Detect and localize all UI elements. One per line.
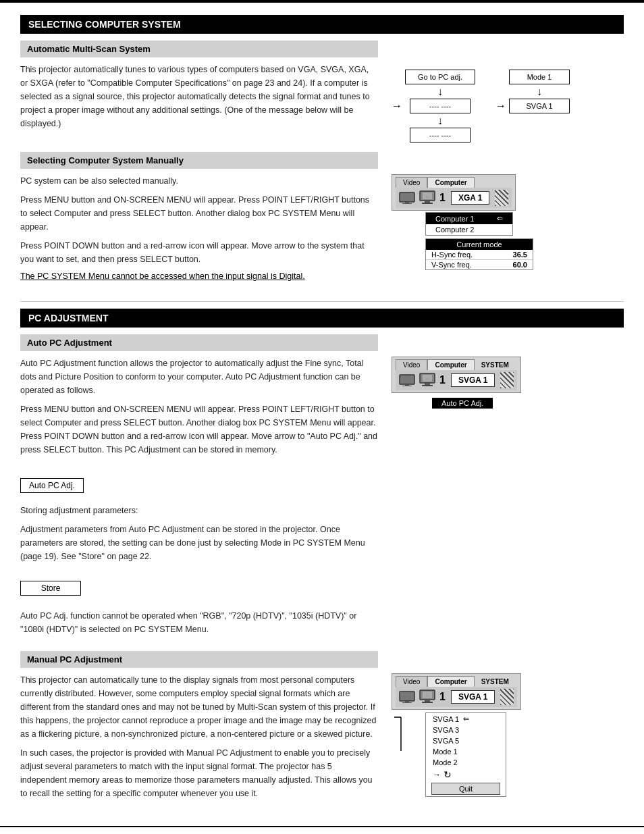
svga-item-3: SVGA 5 — [426, 735, 506, 746]
svg-rect-22 — [422, 702, 433, 703]
svg-rect-18 — [402, 702, 412, 703]
outlined-box-1: Auto PC Adj. — [20, 478, 84, 493]
svga-item-1: SVGA 1 ⇐ — [426, 713, 506, 725]
svga-selected-arrow: ⇐ — [463, 714, 469, 723]
tab-computer-2: Computer — [427, 359, 474, 370]
section2-body5: In such cases, the projector is provided… — [20, 746, 378, 800]
svga-box-3: SVGA 1 — [451, 690, 495, 704]
tab-video-2: Video — [396, 359, 427, 370]
dropdown-list-1: Computer 1 ⇐ Computer 2 — [425, 212, 513, 236]
section2-text-col1: Auto PC Adjustment function allows the p… — [20, 357, 378, 462]
svg-rect-10 — [402, 386, 412, 386]
section2-body4: This projector can automatically tune to… — [20, 673, 378, 741]
dropdown-item-computer2: Computer 2 — [426, 224, 512, 235]
section2-body2: Press MENU button and ON-SCREEN MENU wil… — [20, 402, 378, 457]
quit-button[interactable]: Quit — [431, 783, 500, 795]
svga-dropdown: SVGA 1 ⇐ SVGA 3 SVGA 5 Mode 1 — [425, 712, 506, 797]
section1-body2c: Press POINT DOWN button and a red-arrow … — [20, 239, 378, 266]
subsection2-1-header: Auto PC Adjustment — [20, 334, 378, 351]
current-mode-box: Current mode H-Sync freq. 36.5 V-Sync fr… — [425, 238, 533, 270]
svg-rect-17 — [405, 701, 409, 702]
section2-content2: This projector can automatically tune to… — [20, 673, 624, 806]
svga-item-5: Mode 2 — [426, 757, 506, 768]
svg-rect-2 — [402, 203, 412, 204]
flow-group2-row: → Mode 1 ↓ SVGA 1 — [495, 70, 570, 142]
flow-group1-row: → Go to PC adj. ↓ ---- ---- ↓ ---- ---- — [392, 70, 475, 142]
tab-computer-1: Computer — [427, 177, 474, 188]
svg-text:···: ··· — [426, 694, 429, 698]
refresh-circle-icon: ↻ — [444, 769, 452, 780]
flow-diagram: → Go to PC adj. ↓ ---- ---- ↓ ---- ---- … — [392, 70, 570, 142]
svg-rect-5 — [425, 201, 430, 203]
svg-rect-0 — [400, 192, 414, 202]
current-mode-header: Current mode — [426, 239, 533, 250]
section2-note: Auto PC Adj. function cannot be operated… — [20, 609, 378, 636]
xga-box-1: XGA 1 — [451, 191, 490, 205]
video-icon-1 — [399, 192, 415, 204]
v-sync-label: V-Sync freq. — [431, 261, 472, 269]
flow-box1-2: ---- ---- — [410, 99, 471, 113]
section1-text-col: This projector automatically tunes to va… — [20, 63, 378, 136]
system-label-3: SYSTEM — [481, 678, 509, 685]
flow-box1-3: ---- ---- — [410, 128, 471, 142]
section2-content1: Auto PC Adjustment function allows the p… — [20, 357, 624, 462]
tab-video-1: Video — [396, 177, 427, 188]
svg-rect-14 — [422, 385, 433, 386]
section1-header: SELECTING COMPUTER SYSTEM — [20, 15, 624, 34]
h-sync-row: H-Sync freq. 36.5 — [426, 250, 533, 260]
v-sync-value: 60.0 — [500, 261, 527, 269]
section1-menu-diagram: Video Computer — [392, 174, 624, 270]
svg-rect-16 — [400, 692, 414, 701]
section2-diagram3: Video Computer SYSTEM — [392, 673, 624, 797]
system-menu-box3: Video Computer SYSTEM — [392, 673, 521, 710]
flow-right-arrow1: → — [392, 100, 402, 112]
section2-text-col2: This projector can automatically tune to… — [20, 673, 378, 806]
flow-down-arrow3: ↓ — [537, 85, 542, 98]
pc-icon-2: ··· — [418, 373, 437, 388]
bottom-border — [0, 826, 644, 827]
section1-content1: This projector automatically tunes to va… — [20, 63, 624, 142]
svg-rect-21 — [425, 700, 430, 702]
svg-text:···: ··· — [426, 377, 429, 381]
hatch-box-1 — [495, 190, 508, 206]
menu-inner-row-3: ··· 1 SVGA 1 — [396, 687, 517, 707]
flow-diagram-area: → Go to PC adj. ↓ ---- ---- ↓ ---- ---- … — [392, 63, 624, 142]
menu-inner-row-1: ··· 1 XGA 1 — [396, 188, 512, 208]
section2-body3: Storing adjustment parameters: — [20, 504, 378, 517]
system-label-2: SYSTEM — [481, 361, 509, 369]
svga-item-4: Mode 1 — [426, 746, 506, 757]
pc-menu-box1: Video Computer — [392, 174, 516, 211]
subsection1-header: Automatic Multi-Scan System — [20, 41, 378, 57]
flow-down-arrow1: ↓ — [437, 85, 443, 98]
auto-pc-highlight: Auto PC Adj. — [432, 398, 493, 409]
svg-rect-6 — [422, 203, 433, 204]
pc-icon-1: ··· — [418, 190, 437, 205]
menu-inner-row-2: ··· 1 SVGA 1 — [396, 370, 517, 390]
hatch-box-2 — [500, 372, 514, 388]
section2-header: PC ADJUSTMENT — [20, 309, 624, 328]
outlined-box-2: Store — [20, 581, 81, 596]
dropdown-item-computer1: Computer 1 ⇐ — [426, 213, 512, 224]
subsection2-2-header: Manual PC Adjustment — [20, 651, 378, 668]
svg-rect-8 — [400, 375, 414, 384]
section1-text-col2: PC system can be also selected manually.… — [20, 174, 378, 281]
section1-body1: This projector automatically tunes to va… — [20, 63, 378, 130]
section1-block: SELECTING COMPUTER SYSTEM Automatic Mult… — [20, 15, 624, 281]
svga-box-2: SVGA 1 — [451, 373, 495, 387]
pc-num-1: 1 — [439, 192, 446, 204]
flow-group1: Go to PC adj. ↓ ---- ---- ↓ ---- ---- — [405, 70, 475, 142]
pointer-line — [392, 714, 402, 754]
tab-video-3: Video — [396, 676, 427, 687]
h-sync-value: 36.5 — [500, 251, 527, 259]
flow-box1-1: Go to PC adj. — [405, 70, 475, 84]
system-menu-box2: Video Computer SYSTEM — [392, 357, 521, 393]
flow-right-arrow2: → — [495, 100, 506, 112]
svg-rect-9 — [405, 384, 409, 386]
tab-computer-3: Computer — [427, 676, 474, 687]
refresh-arrow-icon: → — [433, 770, 441, 779]
section2-body3b: Adjustment parameters from Auto PC Adjus… — [20, 523, 378, 563]
flow-box2-2: SVGA 1 — [509, 99, 570, 113]
flow-down-arrow2: ↓ — [437, 114, 443, 127]
video-icon-3 — [399, 691, 415, 703]
svga-item-2: SVGA 3 — [426, 725, 506, 735]
